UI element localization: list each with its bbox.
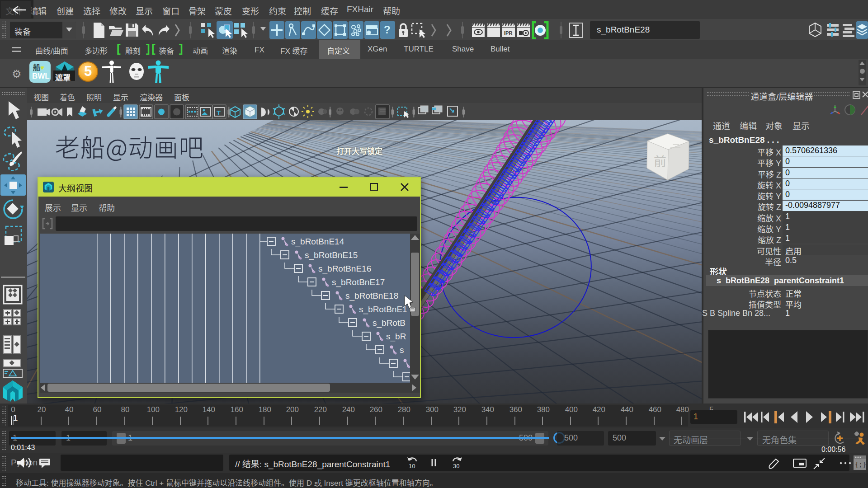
svg-text:s_bR: s_bR [386,332,406,342]
svg-text:s_bRotBnE14: s_bRotBnE14 [291,237,344,247]
svg-text:前: 前 [654,152,666,170]
svg-text:s_bRotBnE16: s_bRotBnE16 [318,264,371,274]
svg-text:{;}: {;} [855,461,866,469]
svg-text:IPR: IPR [504,30,512,36]
svg-text:s_bRotB: s_bRotB [373,318,406,328]
svg-text:s_bRotBnE15: s_bRotBnE15 [305,250,358,260]
svg-text:s_bRotBnE18: s_bRotBnE18 [345,291,398,301]
svg-text:s: s [400,345,404,355]
svg-text:s_bRotBnE1: s_bRotBnE1 [359,305,407,314]
svg-text:10: 10 [409,463,415,469]
svg-text:T: T [217,109,221,117]
svg-text:30: 30 [453,463,459,469]
svg-text:s_bRotBnE17: s_bRotBnE17 [332,277,385,287]
